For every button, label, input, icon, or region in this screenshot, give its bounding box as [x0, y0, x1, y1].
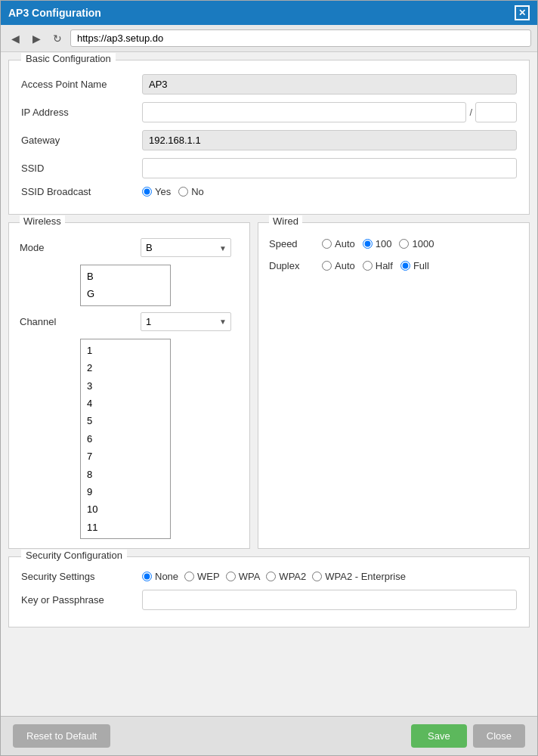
key-passphrase-label: Key or Passphrase: [21, 594, 142, 606]
duplex-label: Duplex: [269, 260, 322, 271]
ip-suffix-input[interactable]: [475, 102, 517, 122]
channel-label: Channel: [20, 316, 141, 327]
mode-select[interactable]: B G: [141, 238, 231, 257]
speed-1000-label[interactable]: 1000: [399, 238, 434, 249]
channel-listbox[interactable]: 1 2 3 4 5 6 7 8 9 10 11: [80, 339, 171, 539]
wireless-panel-content: Mode B G B G: [9, 231, 249, 548]
ssid-broadcast-options: Yes No: [142, 186, 204, 197]
channel-option-4[interactable]: 4: [81, 395, 170, 412]
duplex-auto-label[interactable]: Auto: [322, 260, 355, 271]
channel-option-3[interactable]: 3: [81, 377, 170, 395]
security-wep-radio[interactable]: [184, 572, 194, 581]
channel-select[interactable]: 1 2 3 4 5 6 7 8 9 10 11: [141, 312, 231, 331]
security-wep-label[interactable]: WEP: [184, 571, 220, 582]
speed-auto-label[interactable]: Auto: [322, 238, 355, 249]
speed-label: Speed: [269, 238, 322, 249]
speed-row: Speed Auto 100: [269, 238, 518, 249]
ssid-broadcast-label: SSID Broadcast: [21, 186, 142, 197]
duplex-options: Auto Half Full: [322, 260, 429, 271]
security-none-radio[interactable]: [142, 572, 152, 581]
mode-option-b[interactable]: B: [81, 268, 170, 285]
ssid-broadcast-yes-text: Yes: [155, 186, 171, 197]
speed-auto-radio[interactable]: [322, 239, 332, 249]
channel-option-1[interactable]: 1: [81, 342, 170, 359]
ssid-input[interactable]: [142, 158, 517, 178]
security-wpa2-text: WPA2: [279, 571, 306, 582]
security-wpa2-enterprise-radio[interactable]: [312, 572, 322, 581]
speed-100-text: 100: [376, 238, 392, 249]
speed-100-radio[interactable]: [363, 239, 373, 249]
speed-100-label[interactable]: 100: [363, 238, 392, 249]
security-settings-label: Security Settings: [21, 571, 142, 582]
channel-row: Channel 1 2 3 4 5 6 7 8 9: [20, 312, 239, 331]
security-wpa2-label[interactable]: WPA2: [266, 571, 306, 582]
security-options: None WEP WPA WPA2: [142, 571, 406, 582]
security-config-content: Security Settings None WEP WPA: [9, 557, 529, 627]
ssid-broadcast-yes-label[interactable]: Yes: [142, 186, 171, 197]
ip-address-input[interactable]: [142, 102, 466, 122]
save-button[interactable]: Save: [411, 724, 467, 748]
ssid-broadcast-no-radio[interactable]: [178, 187, 188, 197]
access-point-name-input[interactable]: [142, 74, 517, 94]
access-point-name-label: Access Point Name: [21, 79, 142, 90]
wired-panel: Wired Speed Auto 100: [258, 222, 530, 549]
ssid-row: SSID: [21, 158, 517, 178]
duplex-full-label[interactable]: Full: [400, 260, 429, 271]
duplex-auto-radio[interactable]: [322, 261, 332, 271]
reset-to-default-button[interactable]: Reset to Default: [13, 724, 110, 748]
duplex-full-radio[interactable]: [400, 261, 410, 271]
speed-1000-radio[interactable]: [399, 239, 409, 249]
security-config-title: Security Configuration: [21, 550, 127, 561]
channel-option-2[interactable]: 2: [81, 359, 170, 376]
mode-row: Mode B G: [20, 238, 239, 257]
basic-config-title: Basic Configuration: [21, 53, 116, 64]
ssid-broadcast-yes-radio[interactable]: [142, 187, 152, 197]
security-config-section: Security Configuration Security Settings…: [8, 556, 530, 627]
key-passphrase-input[interactable]: [142, 590, 517, 610]
security-settings-row: Security Settings None WEP WPA: [21, 571, 517, 582]
window-close-button[interactable]: ✕: [515, 5, 530, 20]
basic-config-section: Basic Configuration Access Point Name IP…: [8, 60, 530, 215]
security-wpa2-enterprise-text: WPA2 - Enterprise: [325, 571, 406, 582]
speed-auto-text: Auto: [335, 238, 355, 249]
duplex-half-label[interactable]: Half: [363, 260, 393, 271]
channel-option-8[interactable]: 8: [81, 466, 170, 483]
security-wpa2-radio[interactable]: [266, 572, 276, 581]
wireless-wired-panels: Wireless Mode B G: [8, 222, 530, 549]
channel-option-6[interactable]: 6: [81, 430, 170, 448]
mode-select-wrapper: B G: [141, 238, 231, 257]
gateway-input[interactable]: [142, 130, 517, 150]
security-wpa-radio[interactable]: [226, 572, 236, 581]
app-window: AP3 Configuration ✕ ◀ ▶ ↻ Basic Configur…: [0, 0, 538, 756]
security-none-text: None: [155, 571, 178, 582]
mode-option-g[interactable]: G: [81, 285, 170, 302]
refresh-button[interactable]: ↻: [49, 30, 66, 47]
ssid-broadcast-row: SSID Broadcast Yes No: [21, 186, 517, 197]
ssid-broadcast-no-label[interactable]: No: [178, 186, 204, 197]
forward-button[interactable]: ▶: [28, 30, 45, 47]
channel-option-9[interactable]: 9: [81, 483, 170, 500]
ssid-label: SSID: [21, 163, 142, 174]
mode-label: Mode: [20, 242, 141, 253]
security-none-label[interactable]: None: [142, 571, 178, 582]
close-button[interactable]: Close: [473, 724, 525, 748]
access-point-name-row: Access Point Name: [21, 74, 517, 94]
channel-select-wrapper: 1 2 3 4 5 6 7 8 9 10 11: [141, 312, 231, 331]
window-title: AP3 Configuration: [8, 7, 101, 19]
security-wpa-label[interactable]: WPA: [226, 571, 261, 582]
wired-panel-title: Wired: [269, 215, 302, 227]
mode-listbox[interactable]: B G: [80, 265, 171, 306]
channel-option-7[interactable]: 7: [81, 448, 170, 465]
back-button[interactable]: ◀: [7, 30, 23, 47]
url-input[interactable]: [70, 29, 531, 47]
channel-option-11[interactable]: 11: [81, 519, 170, 536]
mode-listbox-container: B G: [80, 265, 239, 306]
duplex-half-radio[interactable]: [363, 261, 373, 271]
ip-address-fields: /: [142, 102, 517, 122]
content-area: Basic Configuration Access Point Name IP…: [1, 52, 537, 716]
browser-bar: ◀ ▶ ↻: [1, 25, 537, 52]
ssid-broadcast-no-text: No: [191, 186, 204, 197]
security-wpa2-enterprise-label[interactable]: WPA2 - Enterprise: [312, 571, 406, 582]
channel-option-10[interactable]: 10: [81, 500, 170, 518]
channel-option-5[interactable]: 5: [81, 412, 170, 429]
